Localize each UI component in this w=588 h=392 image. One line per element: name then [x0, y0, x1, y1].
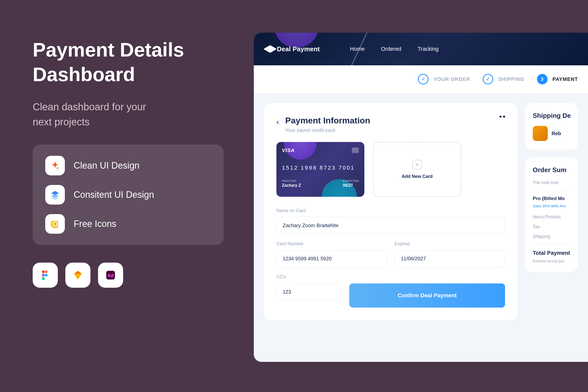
svg-point-7: [45, 274, 48, 277]
card-exp-label: Expired Date: [343, 179, 359, 182]
card-exp: 06/27: [343, 183, 359, 188]
xd-icon: Xd: [98, 263, 123, 288]
summary-row: Shipping: [533, 234, 570, 239]
svg-point-8: [42, 277, 45, 280]
avatar: [533, 126, 548, 141]
ccv-label: CCV: [276, 274, 342, 280]
step-label: SHIPPING: [498, 76, 524, 82]
summary-subtitle: The total cost: [533, 180, 570, 185]
saved-card[interactable]: VISA 1512 1998 8723 7001 Name CardZachar…: [276, 142, 364, 197]
step-order[interactable]: ✓ YOUR ORDER: [418, 74, 470, 84]
svg-rect-1: [54, 223, 56, 225]
ccv-input[interactable]: [276, 283, 342, 301]
logo[interactable]: Deal Payment: [266, 45, 320, 53]
summary-row: Items Product: [533, 214, 570, 220]
logo-icon: [263, 45, 277, 53]
more-icon[interactable]: [500, 116, 505, 118]
checkout-stepper: ✓ YOUR ORDER ✓ SHIPPING 3 PAYMENT: [254, 65, 588, 93]
svg-point-4: [42, 270, 45, 273]
add-card-label: Add New Card: [402, 174, 432, 179]
card-name-label: Name Card: [282, 179, 301, 182]
nav: Home Ordered Tracking: [350, 46, 439, 52]
card-name: Zachary Z: [282, 183, 301, 188]
number-label: Card Number: [276, 241, 387, 247]
svg-point-5: [45, 270, 48, 273]
logo-text: Deal Payment: [277, 45, 320, 53]
figma-icon: [33, 263, 58, 288]
sketch-icon: [65, 263, 90, 288]
promo-title: Payment DetailsDashboard: [33, 38, 224, 87]
step-number: 3: [537, 74, 548, 84]
exp-label: Expired: [395, 241, 505, 247]
check-icon: ✓: [418, 74, 428, 84]
name-input[interactable]: [276, 217, 505, 234]
panel-subtitle: Your saved credit card: [285, 127, 370, 133]
svg-text:Xd: Xd: [108, 273, 114, 278]
card-brand: VISA: [282, 148, 359, 153]
feature-box: Clean UI Design Consitent UI Design Free…: [33, 144, 224, 245]
plus-icon: +: [412, 160, 422, 169]
feature-label: Clean UI Design: [74, 160, 139, 171]
nav-ordered[interactable]: Ordered: [381, 46, 401, 52]
card-number: 1512 1998 8723 7001: [282, 165, 359, 171]
shipping-title: Shipping De: [533, 112, 570, 120]
arrival-note: Estimed arrival pac: [533, 259, 570, 263]
step-label: PAYMENT: [553, 76, 578, 82]
frame-icon: [45, 214, 65, 234]
name-label: Name on Card: [276, 208, 505, 213]
feature-item: Consitent UI Design: [45, 185, 211, 205]
back-button[interactable]: ‹: [276, 118, 279, 126]
nav-home[interactable]: Home: [350, 46, 365, 52]
summary-row: Tax: [533, 224, 570, 229]
feature-label: Consitent UI Design: [74, 189, 154, 200]
feature-label: Free Icons: [74, 219, 116, 229]
check-icon: ✓: [483, 74, 493, 84]
tool-icons: Xd: [33, 263, 224, 288]
sparkle-icon: [45, 156, 65, 175]
layers-icon: [45, 185, 65, 205]
card-number-input[interactable]: [276, 250, 387, 267]
panel-title: Payment Information: [285, 116, 370, 125]
confirm-button[interactable]: Confirm Deal Payment: [349, 283, 505, 308]
summary-title: Order Sum: [533, 166, 570, 174]
nav-tracking[interactable]: Tracking: [418, 46, 439, 52]
shipping-card: Shipping De Reb: [525, 103, 578, 150]
total-label: Total Payment: [533, 250, 570, 256]
add-card-button[interactable]: + Add New Card: [373, 142, 461, 197]
plan-name: Pro (Billed Mo: [533, 196, 570, 201]
shipping-name: Reb: [552, 131, 561, 136]
feature-item: Free Icons: [45, 214, 211, 234]
step-shipping[interactable]: ✓ SHIPPING: [483, 74, 524, 84]
svg-point-6: [42, 274, 45, 277]
summary-card: Order Sum The total cost Pro (Billed Mo …: [525, 157, 578, 272]
step-payment[interactable]: 3 PAYMENT: [537, 74, 578, 84]
dashboard-header: Deal Payment Home Ordered Tracking: [254, 33, 588, 65]
expiry-input[interactable]: [395, 250, 505, 267]
feature-item: Clean UI Design: [45, 156, 211, 175]
promo-subtitle: Clean dashboard for yournext projects: [33, 99, 224, 129]
payment-panel: ‹ Payment Information Your saved credit …: [264, 103, 518, 320]
dashboard-window: Deal Payment Home Ordered Tracking ✓ YOU…: [254, 33, 588, 362]
discount-link[interactable]: Save 35% With Ann: [533, 204, 570, 208]
step-label: YOUR ORDER: [433, 76, 470, 82]
